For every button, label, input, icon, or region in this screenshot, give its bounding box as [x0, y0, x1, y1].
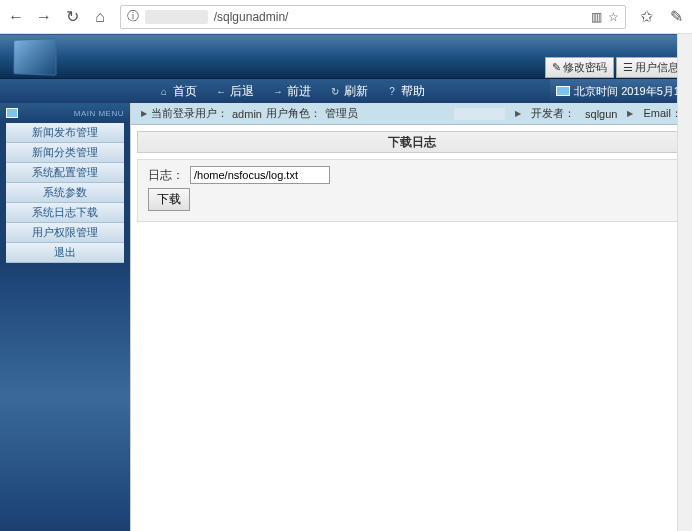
log-path-input[interactable]	[190, 166, 330, 184]
nav-refresh-label: 刷新	[344, 83, 368, 100]
window-icon	[6, 108, 18, 118]
nav-home[interactable]: ⌂ 首页	[150, 81, 205, 102]
user-info-button[interactable]: ☰ 用户信息	[616, 57, 686, 78]
sidebar-menu: 新闻发布管理 新闻分类管理 系统配置管理 系统参数 系统日志下载 用户权限管理 …	[0, 123, 130, 263]
form-area: 日志： 下载	[137, 159, 686, 222]
log-label: 日志：	[148, 167, 184, 184]
star-outline-icon[interactable]: ☆	[608, 10, 619, 24]
favorites-icon[interactable]: ✩	[638, 9, 654, 25]
user-icon: ☰	[623, 61, 633, 74]
developer-value: sqlgun	[585, 108, 617, 120]
triangle-icon: ▶	[627, 109, 633, 118]
nav-home-label: 首页	[173, 83, 197, 100]
arrow-right-icon: →	[272, 85, 284, 97]
download-button[interactable]: 下载	[148, 188, 190, 211]
info-icon: ⓘ	[127, 8, 139, 25]
logo-icon	[13, 38, 56, 76]
change-password-button[interactable]: ✎ 修改密码	[545, 57, 614, 78]
blurred-info: xx	[454, 108, 505, 120]
current-user-label: 当前登录用户：	[151, 106, 228, 121]
sidebar-fill	[0, 263, 130, 531]
refresh-icon[interactable]: ↻	[64, 9, 80, 25]
nav-forward-label: 前进	[287, 83, 311, 100]
reader-icon[interactable]: ▥	[591, 10, 602, 24]
app-header: ✎ 修改密码 ☰ 用户信息	[0, 34, 692, 79]
back-icon[interactable]: ←	[8, 9, 24, 25]
sidebar-item-news-category[interactable]: 新闻分类管理	[6, 143, 124, 163]
time-label: 北京时间 2019年5月14	[574, 84, 686, 99]
page-title: 下载日志	[137, 131, 686, 153]
browser-toolbar: ← → ↻ ⌂ ⓘ host /sqlgunadmin/ ▥ ☆ ✩ ✎	[0, 0, 692, 34]
role-value: 管理员	[325, 106, 358, 121]
monitor-icon	[556, 86, 570, 96]
address-bar[interactable]: ⓘ host /sqlgunadmin/ ▥ ☆	[120, 5, 626, 29]
sidebar-header: MAIN MENU	[0, 103, 130, 123]
sidebar-item-log-download[interactable]: 系统日志下载	[6, 203, 124, 223]
sidebar-item-news-publish[interactable]: 新闻发布管理	[6, 123, 124, 143]
nav-back[interactable]: ← 后退	[207, 81, 262, 102]
arrow-left-icon: ←	[215, 85, 227, 97]
sidebar-header-text: MAIN MENU	[74, 109, 124, 118]
time-display: 北京时间 2019年5月14	[550, 79, 692, 103]
sidebar-item-system-params[interactable]: 系统参数	[6, 183, 124, 203]
house-icon: ⌂	[158, 85, 170, 97]
current-user-value: admin	[232, 108, 262, 120]
nav-forward[interactable]: → 前进	[264, 81, 319, 102]
scrollbar[interactable]	[677, 34, 692, 531]
url-path: /sqlgunadmin/	[214, 10, 289, 24]
nav-help[interactable]: ? 帮助	[378, 81, 433, 102]
nav-back-label: 后退	[230, 83, 254, 100]
question-icon: ?	[386, 85, 398, 97]
sidebar-item-user-permissions[interactable]: 用户权限管理	[6, 223, 124, 243]
role-label: 用户角色：	[266, 106, 321, 121]
notes-icon[interactable]: ✎	[668, 9, 684, 25]
nav-help-label: 帮助	[401, 83, 425, 100]
triangle-icon: ▶	[141, 109, 147, 118]
developer-label: 开发者：	[531, 106, 575, 121]
content-area: MAIN MENU 新闻发布管理 新闻分类管理 系统配置管理 系统参数 系统日志…	[0, 103, 692, 531]
sidebar-item-exit[interactable]: 退出	[6, 243, 124, 263]
user-info-label: 用户信息	[635, 60, 679, 75]
nav-refresh[interactable]: ↻ 刷新	[321, 81, 376, 102]
forward-icon[interactable]: →	[36, 9, 52, 25]
sidebar: MAIN MENU 新闻发布管理 新闻分类管理 系统配置管理 系统参数 系统日志…	[0, 103, 130, 531]
nav-bar: ⌂ 首页 ← 后退 → 前进 ↻ 刷新 ? 帮助 北京时间 2019年5月14	[0, 79, 692, 103]
sidebar-item-system-config[interactable]: 系统配置管理	[6, 163, 124, 183]
main-panel: ▶ 当前登录用户： admin 用户角色： 管理员 xx ▶ 开发者： sqlg…	[130, 103, 692, 531]
triangle-icon: ▶	[515, 109, 521, 118]
info-bar: ▶ 当前登录用户： admin 用户角色： 管理员 xx ▶ 开发者： sqlg…	[131, 103, 692, 125]
key-icon: ✎	[552, 61, 561, 74]
change-password-label: 修改密码	[563, 60, 607, 75]
url-host-blurred: host	[145, 10, 208, 24]
home-icon[interactable]: ⌂	[92, 9, 108, 25]
refresh-nav-icon: ↻	[329, 85, 341, 97]
